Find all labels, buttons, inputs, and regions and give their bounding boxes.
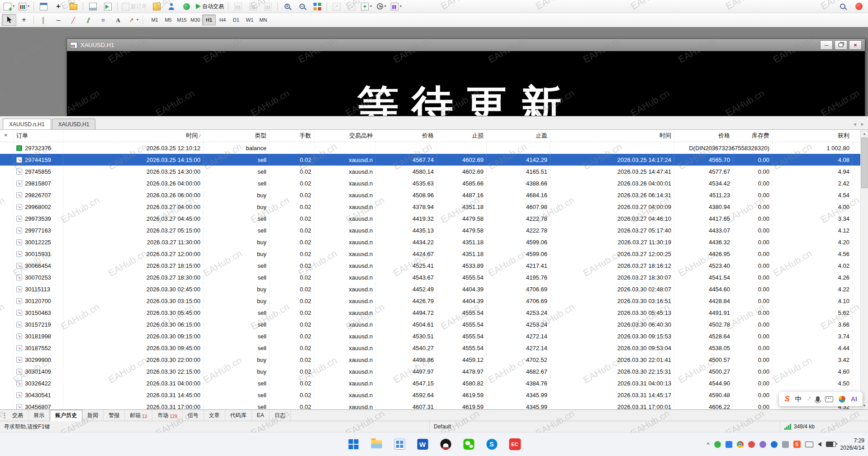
network-icon[interactable] [805,442,813,447]
templates-combo-button[interactable]: ▾ [389,0,403,12]
metaeditor-button[interactable] [149,0,164,12]
new-order-combo-button[interactable]: ▾ [2,0,16,12]
tab-strip-grip[interactable] [2,410,7,421]
column-header[interactable]: 止损 [437,130,487,142]
column-header[interactable]: 获利 [773,130,853,142]
tabs-scroll-right-icon[interactable]: ▶ [859,120,866,128]
cursor-button[interactable] [2,14,16,26]
tray-green-icon[interactable] [714,441,721,448]
zoom-in-button[interactable]: + [280,0,294,12]
bottom-tab-展示[interactable]: 展示 [28,410,50,421]
bottom-tab-账户历史[interactable]: 账户历史 [50,410,82,421]
indicators-combo-button[interactable]: + ▾ [359,0,374,12]
history-row[interactable]: ↘301151132026.03.30 02:45:00buy0.02xauus… [0,283,860,295]
history-row[interactable]: ↘303264222026.03.31 04:00:00sell0.02xauu… [0,377,860,389]
periods-combo-button[interactable]: ▾ [374,0,389,12]
tray-sogou-icon[interactable]: S [793,441,801,448]
tray-contacts-icon[interactable] [759,441,766,448]
autotrading-button[interactable]: 自动交易 [194,0,226,12]
tray-bluetooth-icon[interactable] [771,441,778,448]
ime-ai-badge[interactable]: AI [851,395,857,403]
bottom-tab-EA[interactable]: EA [252,410,270,421]
restore-button[interactable] [835,40,847,50]
chart-tab[interactable]: XAUUSD,H1 [52,119,96,129]
history-row[interactable]: ↘298158072026.03.26 04:00:00sell0.02xauu… [0,177,860,189]
horizontal-line-button[interactable]: ─ [51,14,66,26]
history-row[interactable]: ↘299771632026.03.27 05:15:00sell0.02xauu… [0,224,860,236]
history-row[interactable]: ↘300122252026.03.27 11:30:00buy0.02xauus… [0,236,860,248]
scroll-up-icon[interactable]: ▲ [861,130,868,138]
bottom-tab-文章[interactable]: 文章 [204,410,225,421]
connection-signal-icon[interactable] [784,424,791,430]
history-row[interactable]: ↘297458552026.03.25 14:30:00sell0.02xauu… [0,166,860,177]
arrows-combo-button[interactable]: ↗ ▾ [126,14,140,26]
fibonacci-button[interactable]: ≡ [96,14,110,26]
timeframe-m30-button[interactable]: M30 [189,14,202,25]
charts-combo-button[interactable]: ▾ [17,0,31,12]
wechat-button[interactable] [462,437,475,451]
chart-tab[interactable]: XAUUSD.n,H1 [3,119,51,129]
history-row[interactable]: ↘301207002026.03.30 03:15:00buy0.02xauus… [0,295,860,307]
history-row[interactable]: ↘301572192026.03.30 06:15:00sell0.02xauu… [0,318,860,330]
bottom-tab-邮箱[interactable]: 邮箱13 [125,410,152,421]
close-button[interactable]: × [849,40,862,50]
history-row[interactable]: ↘301875522026.03.30 09:45:00sell0.02xauu… [0,342,860,354]
chart-titlebar[interactable]: XAUUSD,H1 ─ × [67,39,865,51]
skype-button[interactable]: S [485,437,498,451]
terminal-button[interactable] [85,0,100,12]
history-row[interactable]: ↘300159312026.03.27 12:00:00buy0.02xauus… [0,248,860,260]
column-header[interactable]: 交易品种 [314,130,376,142]
candle-chart-button[interactable] [246,0,260,12]
battery-icon[interactable] [826,442,836,447]
community-button[interactable] [179,0,194,12]
ime-language-indicator[interactable]: 中 [795,395,802,404]
strategy-tester-button[interactable] [100,0,115,12]
start-button[interactable] [346,437,360,451]
tray-red-icon[interactable] [748,441,755,448]
history-row[interactable]: ↘299680022026.03.27 04:00:00buy0.02xauus… [0,201,860,213]
bar-chart-button[interactable] [231,0,245,12]
chart-canvas[interactable]: 等待更新 [67,51,865,116]
search-button[interactable] [835,0,850,12]
timeframe-mn-button[interactable]: MN [256,14,270,25]
tabs-scroll-left-icon[interactable]: ◀ [851,120,858,128]
line-chart-button[interactable] [261,0,275,12]
timeframe-m15-button[interactable]: M15 [175,14,189,25]
bottom-tab-交易[interactable]: 交易 [7,410,28,421]
scrollbar-thumb[interactable] [861,138,868,188]
ime-skin-icon[interactable] [839,396,845,403]
keyboard-icon[interactable] [825,396,833,402]
history-row[interactable]: ↘303014092026.03.30 22:15:00buy0.02xauus… [0,366,860,377]
bottom-tab-市场[interactable]: 市场129 [152,410,183,421]
timeframe-h4-button[interactable]: H4 [216,14,229,25]
word-button[interactable]: W [416,437,429,451]
app-window-button[interactable] [393,437,406,451]
vertical-scrollbar[interactable]: ▲ ▼ [860,130,868,409]
signals-button[interactable] [164,0,179,12]
history-row[interactable]: ↘302999002026.03.30 22:00:00buy0.02xauus… [0,354,860,366]
trendline-button[interactable]: ╱ [66,14,81,26]
text-button[interactable]: A [111,14,125,26]
bottom-tab-信号[interactable]: 信号 [183,410,204,421]
vertical-line-button[interactable]: │ [36,14,51,26]
timeframe-h1-button[interactable]: H1 [202,14,216,25]
tray-chrome-icon[interactable] [737,441,744,448]
close-toolbox-button[interactable]: × [4,132,8,138]
new-order-button[interactable]: 新订单 [120,0,149,12]
history-row[interactable]: ↘304568072026.03.31 17:00:00sell0.02xauu… [0,401,860,409]
taskbar-clock[interactable]: 7:29 2026/4/14 [840,437,864,451]
qq-button[interactable] [439,437,452,451]
bottom-tab-代码库[interactable]: 代码库 [225,410,252,421]
history-row[interactable]: ↑297323762026.03.25 12:10:12balanceD(DIN… [0,142,860,154]
column-header[interactable]: 库存费 [733,130,773,142]
column-header[interactable]: 价格 [674,130,733,142]
column-header[interactable]: 手数 [270,130,314,142]
history-row[interactable]: ↘301819982026.03.30 09:15:00sell0.02xauu… [0,330,860,342]
crosshair-button[interactable]: + [17,14,31,26]
step-forward-button[interactable]: ↘ [344,0,359,12]
tile-windows-button[interactable] [310,0,324,12]
history-row[interactable]: ↘300702532026.03.27 18:30:00sell0.02xauu… [0,271,860,283]
ime-punctuation-indicator[interactable]: ·’ [807,396,811,403]
data-window-button[interactable]: + [51,0,66,12]
market-watch-button[interactable] [36,0,51,12]
